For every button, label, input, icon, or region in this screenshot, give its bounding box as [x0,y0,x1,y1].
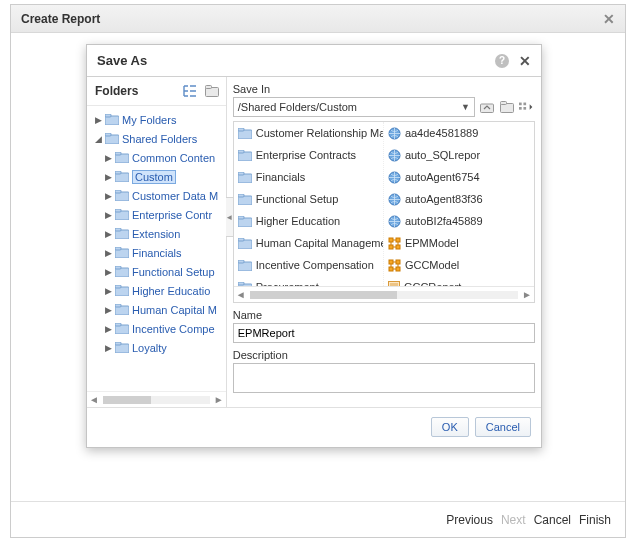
finish-button[interactable]: Finish [579,513,611,527]
list-item[interactable]: Functional Setup [234,188,383,210]
folder-icon [115,304,129,315]
save-in-path-select[interactable]: /Shared Folders/Custom ▼ [233,97,475,117]
expand-icon[interactable]: ▶ [103,305,113,315]
model-icon [388,259,401,272]
description-input[interactable] [233,363,535,393]
expand-icon[interactable]: ▶ [103,286,113,296]
expand-icon[interactable]: ▶ [93,115,103,125]
svg-rect-62 [389,267,393,271]
list-item[interactable]: Financials [234,166,383,188]
tree-item[interactable]: ▶Customer Data M [89,186,226,205]
list-item[interactable]: Human Capital Management [234,232,383,254]
save-in-label: Save In [233,83,535,95]
tree-item[interactable]: ▶Financials [89,243,226,262]
folder-tree[interactable]: ▶My Folders◢Shared Folders▶Common Conten… [87,106,226,391]
scroll-right-icon[interactable]: ► [214,394,224,405]
list-item[interactable]: autoBI2fa45889 [384,210,534,232]
expand-icon[interactable]: ▶ [103,191,113,201]
tree-item[interactable]: ▶Enterprise Contr [89,205,226,224]
help-icon[interactable]: ? [495,54,509,68]
expand-icon[interactable]: ▶ [103,248,113,258]
list-item[interactable]: Enterprise Contracts [234,144,383,166]
close-icon[interactable]: ✕ [519,53,531,69]
new-folder-icon[interactable] [499,99,515,115]
view-mode-icon[interactable] [519,99,535,115]
scroll-left-icon[interactable]: ◄ [236,289,246,300]
tree-item[interactable]: ▶Custom [89,167,226,186]
tree-view-icon[interactable] [182,83,198,99]
tree-item[interactable]: ▶Common Conten [89,148,226,167]
list-item[interactable]: EPMModel [384,232,534,254]
listing-column-2[interactable]: aa4de4581889auto_SQLreporautoAgent6754au… [384,122,534,286]
list-item[interactable]: auto_SQLrepor [384,144,534,166]
wizard-footer: Previous Next Cancel Finish [11,501,625,537]
model-icon [388,237,401,250]
svg-rect-11 [115,190,121,193]
cancel-button[interactable]: Cancel [534,513,571,527]
list-item-label: Higher Education [256,215,340,227]
expand-icon[interactable]: ▶ [103,267,113,277]
tree-item[interactable]: ▶My Folders [89,110,226,129]
svg-rect-31 [519,103,522,106]
expand-icon[interactable]: ▶ [103,153,113,163]
folder-icon [115,342,129,353]
tree-item[interactable]: ▶Higher Educatio [89,281,226,300]
listing-column-1[interactable]: Customer Relationship ManagementEnterpri… [234,122,384,286]
tree-item-label: Shared Folders [122,133,197,145]
panel-collapse-handle[interactable]: ◄ [226,197,234,237]
expand-icon[interactable]: ▶ [103,324,113,334]
listing-horizontal-scrollbar[interactable]: ◄ ► [234,286,534,302]
tree-horizontal-scrollbar[interactable]: ◄ ► [87,391,226,407]
previous-button[interactable]: Previous [446,513,493,527]
up-folder-icon[interactable] [479,99,495,115]
tree-item[interactable]: ▶Extension [89,224,226,243]
folder-icon [115,228,129,239]
list-item[interactable]: GCCModel [384,254,534,276]
list-item-label: Financials [256,171,306,183]
svg-rect-13 [115,209,121,212]
svg-rect-33 [523,103,526,106]
tree-item-label: Higher Educatio [132,285,210,297]
close-icon[interactable]: ✕ [603,11,615,27]
expand-icon[interactable]: ▶ [103,210,113,220]
globe-icon [388,215,401,228]
expand-icon[interactable]: ▶ [103,229,113,239]
new-folder-icon[interactable] [204,83,220,99]
tree-item[interactable]: ◢Shared Folders [89,129,226,148]
expand-icon[interactable]: ▶ [103,172,113,182]
tree-item[interactable]: ▶Incentive Compe [89,319,226,338]
list-item-label: autoBI2fa45889 [405,215,483,227]
folders-panel-header: Folders [87,77,226,106]
svg-rect-21 [115,285,121,288]
list-item[interactable]: Higher Education [234,210,383,232]
tree-item[interactable]: ▶Loyalty [89,338,226,357]
expand-icon[interactable]: ◢ [93,134,103,144]
globe-icon [388,193,401,206]
cancel-button[interactable]: Cancel [475,417,531,437]
scroll-left-icon[interactable]: ◄ [89,394,99,405]
scroll-right-icon[interactable]: ► [522,289,532,300]
svg-rect-40 [238,172,244,175]
save-as-dialog: Save As ? ✕ Folders ▶My Folders◢Shared F… [86,44,542,448]
tree-item[interactable]: ▶Functional Setup [89,262,226,281]
tree-item[interactable]: ▶Human Capital M [89,300,226,319]
list-item[interactable]: Customer Relationship Management [234,122,383,144]
tree-item-label: Incentive Compe [132,323,215,335]
list-item[interactable]: Procurement [234,276,383,286]
svg-rect-57 [396,238,400,242]
folder-icon [115,266,129,277]
list-item[interactable]: aa4de4581889 [384,122,534,144]
list-item[interactable]: autoAgent83f36 [384,188,534,210]
svg-rect-23 [115,304,121,307]
ok-button[interactable]: OK [431,417,469,437]
folder-icon [115,285,129,296]
name-input[interactable] [233,323,535,343]
description-label: Description [233,349,535,361]
list-item[interactable]: autoAgent6754 [384,166,534,188]
tree-item-label: Customer Data M [132,190,218,202]
expand-icon[interactable]: ▶ [103,343,113,353]
list-item[interactable]: GCCReport [384,276,534,286]
list-item[interactable]: Incentive Compensation [234,254,383,276]
svg-rect-60 [389,260,393,264]
list-item-label: auto_SQLrepor [405,149,480,161]
